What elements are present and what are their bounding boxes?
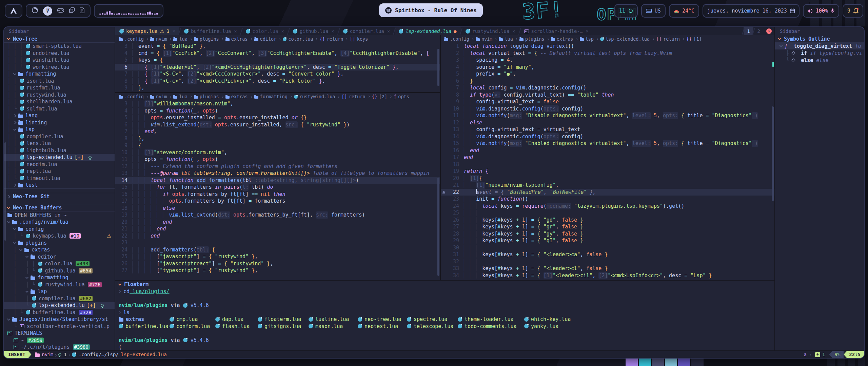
tree-row[interactable]: │ test	[4, 182, 115, 189]
volume-widget[interactable]: 100%	[803, 4, 839, 18]
tree-row[interactable]: OPEN BUFFERS in ~	[4, 211, 115, 219]
code-line[interactable]: 7▏ ▏ { [1]"<S-C>", [2]"<cmd>CccConvert<c…	[115, 70, 440, 78]
scrollbar-handle[interactable]	[772, 106, 774, 201]
tree-row[interactable]: .config/nvim/lua	[4, 219, 115, 226]
code-line[interactable]: 19▏ ▏ ▏ ▏ ▏ ▏ vim.list_extend(dst: opts.…	[115, 211, 440, 219]
code-line[interactable]: 4▏ ▏ source = "if_many",	[441, 64, 774, 71]
code-line[interactable]: 5▏ ▏ ▏ opts.ensure_installed = opts.ensu…	[115, 114, 440, 121]
breadcrumb-item[interactable]: extras	[551, 36, 573, 42]
media-player-widget[interactable]: Spiritbox - Rule Of Nines	[379, 3, 483, 17]
tree-row[interactable]: plugins	[4, 239, 115, 246]
tree-row[interactable]: │ │ └ github.lua#654	[4, 267, 115, 274]
tree-row[interactable]: │ │ shellharden.lua	[4, 98, 115, 105]
code-line[interactable]: 3▏ event = { "BufRead" },	[115, 43, 440, 50]
tab-color-lua[interactable]: color.lua×	[242, 27, 288, 35]
tree-row[interactable]: │ formatting	[4, 274, 115, 281]
breadcrumb-item[interactable]: plugins	[194, 36, 219, 42]
breadcrumb-item[interactable]: lua	[173, 94, 187, 99]
code-line[interactable]: 23	[115, 239, 440, 246]
tree-row[interactable]: │ │ isort.lua	[4, 78, 115, 85]
outline-item[interactable]: ƒ toggle_diag_virtext fu	[775, 42, 864, 49]
breadcrumb-item[interactable]: color.lua	[283, 36, 313, 42]
code-line[interactable]: 17▏ ▏ ▏ ▏ ▏ ▏ opts.formatters_by_ft[ft] …	[115, 198, 440, 205]
code-line[interactable]: 9▏ },	[115, 84, 440, 92]
code-line[interactable]: 1local function toggle_diag_virtext()	[441, 43, 774, 50]
breadcrumb-item[interactable]: extras	[225, 36, 248, 42]
workspace-gamepad[interactable]	[57, 8, 64, 14]
code-line[interactable]: 9▏ {	[115, 142, 440, 149]
tab-scrollbar-handle-[interactable]: scrollbar-handle-…×	[520, 27, 593, 35]
breadcrumb-item[interactable]: .config	[119, 94, 144, 99]
workspace-windows[interactable]	[69, 7, 75, 14]
breadcrumb-item[interactable]: plugins	[519, 36, 545, 42]
workspace-neovim-active[interactable]: V	[43, 6, 52, 16]
tree-row[interactable]: │ │ rustfmt.lua	[4, 84, 115, 92]
tree-row[interactable]: │ └ timeout.lua	[4, 175, 115, 182]
code-line[interactable]: 13▏ ▏ config.virtual_text = virtual_text	[441, 126, 774, 133]
scrollbar-handle[interactable]	[437, 178, 439, 276]
weather-widget[interactable]: 24°C	[669, 4, 699, 18]
breadcrumb-item[interactable]: lsp-extended.lua	[600, 36, 650, 42]
close-all-button[interactable]: ×	[766, 28, 772, 34]
breadcrumb-item[interactable]: ƒopts	[394, 94, 409, 99]
code-line[interactable]: 9▏ ▏ config.virtual_text = false	[441, 98, 774, 105]
code-line[interactable]: 10▏ ▏ vim.diagnostic.config(opts: config…	[441, 105, 774, 113]
code-line[interactable]: 21▏ ▏ ▏ ▏ end	[115, 225, 440, 232]
code-line[interactable]: 20▏ [1]{	[441, 175, 774, 182]
launcher-button[interactable]	[5, 4, 22, 18]
breadcrumb-item[interactable]: {}[1]	[686, 36, 702, 42]
code-line[interactable]: 23▏ ▏ init = function()	[441, 196, 774, 203]
breadcrumb-item[interactable]: []return	[656, 36, 680, 42]
code-line[interactable]: 24▏ ▏ ▏ local keys = require(modname: "l…	[441, 203, 774, 210]
tree-row[interactable]: │ │ └ worktree.lua	[4, 64, 115, 71]
tree-row[interactable]: │ │ lsp-extended.lu[+]	[4, 154, 115, 161]
outline-item[interactable]: └ else else	[775, 57, 864, 64]
workspace-document[interactable]	[80, 7, 84, 15]
breadcrumb-item[interactable]: .config	[444, 36, 469, 42]
breadcrumb-item[interactable]: .config	[119, 36, 144, 42]
tab-bufferline-lua[interactable]: bufferline.lua×	[180, 27, 241, 35]
neotree-section-header[interactable]: Neo-Tree	[4, 35, 115, 42]
code-line[interactable]: 10▏ ▏ [1]"stevearc/conform.nvim",	[115, 149, 440, 156]
tab-page-1[interactable]: 1	[744, 27, 753, 35]
tab-rustywind-lua[interactable]: rustywind.lua×	[461, 27, 519, 35]
code-line[interactable]: 5▏ ▏ prefix = "●",	[441, 70, 774, 78]
code-line[interactable]: 27▏ ▏ ▏ ▏ ["typescript"] = { "rustywind"…	[115, 267, 440, 274]
code-line[interactable]: 18	[441, 161, 774, 168]
code-line[interactable]: 26▏ ▏ ▏ keys[#keys + 1] = { "gd", false …	[441, 217, 774, 224]
code-line[interactable]: 34▏ ▏ ▏ keys[#keys + 1] = { [1]"<leader>…	[441, 272, 774, 279]
code-line[interactable]: 8▏ },	[115, 135, 440, 142]
code-line[interactable]: 29▏ ▏ ▏ keys[#keys + 1] = { "gI", false …	[441, 237, 774, 244]
code-line[interactable]: 22▏ ▏ event = { "BufReadPre", "BufNewFil…	[441, 189, 774, 196]
tree-row[interactable]: ~#2859	[4, 337, 115, 344]
code-line[interactable]: 3▏ ▏ spacing = 4,	[441, 57, 774, 64]
tree-row[interactable]: │ │ lens.lua	[4, 140, 115, 147]
code-line[interactable]: 12▏ else	[441, 119, 774, 126]
code-line[interactable]: 7▏ ▏ end,	[115, 128, 440, 135]
code-line[interactable]: 16▏ ▏ ▏ ▏ ▏ if opts.formatters_by_ft[ft]…	[115, 191, 440, 198]
code-line[interactable]: 31▏ ▏ ▏ keys[#keys + 1] = { "<leader>ca"…	[441, 251, 774, 258]
tree-row[interactable]: │ │ compiler.lua#682	[4, 295, 115, 302]
tree-row[interactable]: ~/.c/n/l/plugins#3980	[4, 344, 115, 350]
floaterm-terminal[interactable]: cd lua/plugins/nvim/lua/plugins via v5.4…	[115, 288, 774, 350]
code-line[interactable]: 22▏ ▏ ▏ end	[115, 232, 440, 240]
code-line[interactable]: 26▏ ▏ ▏ ▏ ["javascriptreact"] = { "rusty…	[115, 260, 440, 267]
breadcrumb-item[interactable]: rustywind.lua	[294, 94, 335, 99]
code-line[interactable]: 4▏ cmd = { [1]"CccPick", [2]"CccConvert"…	[115, 50, 440, 57]
clock-widget[interactable]: jueves, noviembre 16, 2023	[703, 4, 800, 18]
tree-row[interactable]: │ lsp	[4, 288, 115, 295]
code-line[interactable]: 12▏ ▏ ▏ --- Extend the conform plugin co…	[115, 163, 440, 170]
code-line[interactable]: 33▏ ▏ ▏ keys[#keys + 1] = { "<leader>cl"…	[441, 265, 774, 272]
code-line[interactable]: 19return {	[441, 168, 774, 175]
code-line[interactable]: 3▏ ▏ [1]"williamboman/mason.nvim",	[115, 100, 440, 107]
tree-row[interactable]: │ │ │ smart-splits.lua	[4, 43, 115, 50]
breadcrumb-item[interactable]: plugins	[194, 94, 219, 99]
tree-row[interactable]: │ lsp	[4, 126, 115, 133]
code-line[interactable]: 8▏ if type(v: config.virtual_text) == "t…	[441, 92, 774, 99]
code-line[interactable]: 28▏ ▏ ▏ keys[#keys + 1] = { "gy", false …	[441, 230, 774, 238]
tree-row[interactable]: │ extras	[4, 246, 115, 253]
code-line[interactable]: 11▏ ▏ opts = function(_, opts)	[115, 156, 440, 163]
code-line[interactable]: 15▏ ▏ ▏ ▏ for ft, formatters in pairs(t:…	[115, 184, 440, 191]
code-line[interactable]: 30▏ ▏ ▏	[441, 244, 774, 251]
neotree-buffers-section-header[interactable]: Neo-Tree Buffers	[4, 204, 115, 211]
